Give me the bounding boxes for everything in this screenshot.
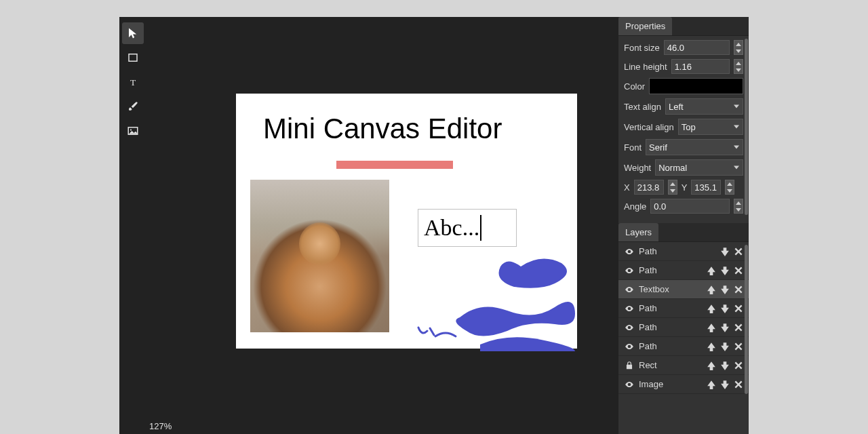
layers-panel: PathPathTextboxPathPathPathRectImage xyxy=(618,242,749,434)
font-select[interactable]: Serif xyxy=(646,139,743,155)
rectangle-tool[interactable] xyxy=(122,47,144,68)
svg-rect-0 xyxy=(129,54,137,62)
layer-delete[interactable] xyxy=(734,380,743,389)
cat-image[interactable] xyxy=(250,180,389,332)
text-align-label: Text align xyxy=(624,102,661,112)
eye-icon[interactable] xyxy=(624,266,635,275)
eye-icon[interactable] xyxy=(624,304,635,313)
layer-move-down[interactable] xyxy=(720,342,730,351)
app-frame: T Mini Canvas Editor Abc... xyxy=(119,17,749,434)
layer-move-down[interactable] xyxy=(720,380,730,389)
toolbar: T xyxy=(119,17,146,434)
layer-delete[interactable] xyxy=(734,285,743,294)
layer-name: Path xyxy=(639,303,703,313)
color-swatch[interactable] xyxy=(649,78,743,94)
layer-row[interactable]: Path xyxy=(618,261,749,280)
layer-row[interactable]: Path xyxy=(618,318,749,337)
layer-delete[interactable] xyxy=(734,304,743,313)
angle-label: Angle xyxy=(624,201,646,212)
angle-stepper[interactable] xyxy=(734,199,743,214)
layer-name: Textbox xyxy=(639,284,703,294)
line-height-stepper[interactable] xyxy=(734,59,743,74)
rectangle-icon xyxy=(127,52,139,64)
image-icon xyxy=(127,125,139,137)
font-size-input[interactable] xyxy=(664,40,730,55)
y-input[interactable] xyxy=(691,180,721,195)
y-label: Y xyxy=(682,182,688,193)
layer-move-up[interactable] xyxy=(707,304,716,313)
eye-icon[interactable] xyxy=(624,342,635,351)
layer-move-up[interactable] xyxy=(707,361,716,370)
layer-name: Path xyxy=(639,322,703,332)
layer-move-down[interactable] xyxy=(720,304,730,313)
lock-icon[interactable] xyxy=(624,361,635,370)
layer-move-down[interactable] xyxy=(720,323,730,332)
properties-panel: Font size Line height Color Text align L… xyxy=(618,36,749,223)
eye-icon[interactable] xyxy=(624,247,635,256)
textbox-content: Abc... xyxy=(424,215,479,241)
layer-move-up[interactable] xyxy=(707,323,716,332)
layer-name: Path xyxy=(639,265,703,275)
layer-row[interactable]: Image xyxy=(618,375,749,394)
layer-name: Path xyxy=(639,246,703,256)
font-label: Font xyxy=(624,142,642,153)
text-align-select[interactable]: Left xyxy=(665,98,743,115)
x-stepper[interactable] xyxy=(668,180,677,195)
blue-scribble-small[interactable] xyxy=(415,324,462,344)
brush-tool[interactable] xyxy=(122,96,144,117)
layers-scrollbar[interactable] xyxy=(745,242,749,434)
svg-point-3 xyxy=(130,129,132,130)
properties-scrollbar[interactable] xyxy=(745,36,749,223)
eye-icon[interactable] xyxy=(624,323,635,332)
line-height-input[interactable] xyxy=(671,59,730,74)
layer-row[interactable]: Path xyxy=(618,242,749,261)
image-tool[interactable] xyxy=(122,120,144,142)
svg-text:T: T xyxy=(130,77,136,87)
layer-row[interactable]: Path xyxy=(618,337,749,356)
layer-move-up[interactable] xyxy=(707,342,716,351)
sidebar: Properties Font size Line height Color T… xyxy=(618,17,749,434)
y-stepper[interactable] xyxy=(725,180,734,195)
selected-textbox[interactable]: Abc... xyxy=(418,209,517,247)
color-label: Color xyxy=(624,81,645,92)
canvas-area[interactable]: Mini Canvas Editor Abc... 127% xyxy=(146,17,618,434)
layer-delete[interactable] xyxy=(734,247,743,256)
layer-delete[interactable] xyxy=(734,342,743,351)
red-underline-path[interactable] xyxy=(336,161,453,169)
eye-icon[interactable] xyxy=(624,380,635,389)
layer-move-down[interactable] xyxy=(720,285,730,294)
layer-row[interactable]: Rect xyxy=(618,356,749,375)
layers-tab[interactable]: Layers xyxy=(618,223,658,241)
pointer-tool[interactable] xyxy=(122,22,144,44)
layer-move-up[interactable] xyxy=(707,266,716,275)
eye-icon[interactable] xyxy=(624,285,635,294)
layer-delete[interactable] xyxy=(734,361,743,370)
angle-input[interactable] xyxy=(650,199,730,214)
properties-tab-bar: Properties xyxy=(618,17,749,36)
text-tool[interactable]: T xyxy=(122,71,144,93)
layer-name: Rect xyxy=(639,360,703,370)
layer-move-up[interactable] xyxy=(707,285,716,294)
canvas-title-text[interactable]: Mini Canvas Editor xyxy=(263,113,502,145)
layer-move-down[interactable] xyxy=(720,266,730,275)
layer-delete[interactable] xyxy=(734,323,743,332)
pointer-icon xyxy=(127,27,139,39)
layer-row[interactable]: Textbox xyxy=(618,280,749,299)
x-input[interactable] xyxy=(634,180,664,195)
layer-delete[interactable] xyxy=(734,266,743,275)
layer-move-down[interactable] xyxy=(720,247,730,256)
layer-name: Image xyxy=(639,379,703,389)
layer-move-down[interactable] xyxy=(720,361,730,370)
layer-move-up[interactable] xyxy=(707,380,716,389)
line-height-label: Line height xyxy=(624,62,667,72)
weight-select[interactable]: Normal xyxy=(655,159,743,176)
font-size-stepper[interactable] xyxy=(734,40,743,55)
font-size-label: Font size xyxy=(624,43,660,53)
zoom-level: 127% xyxy=(149,421,172,431)
canvas[interactable]: Mini Canvas Editor Abc... xyxy=(236,94,577,349)
layer-row[interactable]: Path xyxy=(618,299,749,318)
vertical-align-select[interactable]: Top xyxy=(678,119,743,135)
weight-label: Weight xyxy=(624,163,651,173)
layers-tab-bar: Layers xyxy=(618,223,749,242)
properties-tab[interactable]: Properties xyxy=(618,17,672,35)
